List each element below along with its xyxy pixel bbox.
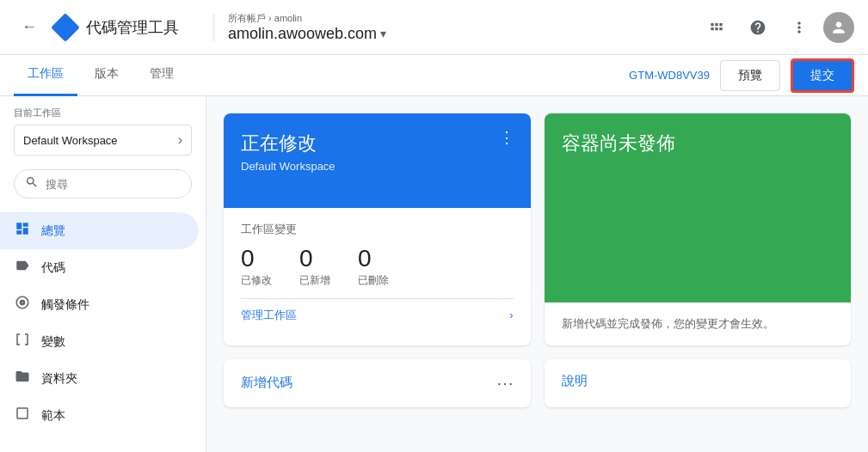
logo-icon — [52, 14, 79, 41]
more-vert-icon[interactable] — [782, 10, 816, 45]
nav-tabs-right: GTM-WD8VV39 預覽 提交 — [629, 58, 854, 93]
changes-counts: 0 已修改 0 已新增 0 已刪除 — [241, 244, 514, 288]
top-bar-right — [699, 10, 854, 45]
avatar[interactable] — [823, 12, 854, 43]
card-workspace-sub: Default Workspace — [241, 160, 514, 173]
preview-button[interactable]: 預覽 — [720, 60, 780, 91]
manage-workspace-link[interactable]: 管理工作區 › — [241, 298, 514, 332]
sidebar-item-variables[interactable]: 變數 — [0, 323, 199, 360]
sidebar-item-label: 總覽 — [41, 223, 65, 239]
search-input[interactable] — [46, 178, 181, 191]
bottom-cards: 新增代碼 ⋯ 說明 — [224, 359, 851, 407]
card-container-title: 容器尚未發佈 — [562, 131, 675, 156]
breadcrumb: 所有帳戶 › amolin — [228, 12, 386, 25]
workspace-name: Default Workspace — [23, 134, 118, 147]
overview-icon — [14, 221, 31, 241]
domain-select[interactable]: amolin.awooweb.com ▾ — [228, 25, 386, 43]
workspace-section-label: 目前工作區 — [14, 107, 192, 119]
new-tag-title: 新增代碼 — [241, 375, 292, 391]
top-bar: ← 代碼管理工具 所有帳戶 › amolin amolin.awooweb.co… — [0, 0, 868, 55]
card-new-tag[interactable]: 新增代碼 ⋯ — [224, 359, 531, 407]
gtm-id[interactable]: GTM-WD8VV39 — [629, 69, 710, 82]
change-added: 0 已新增 — [299, 244, 330, 288]
search-icon — [25, 175, 39, 192]
sidebar-nav: 總覽 代碼 觸發條件 — [0, 205, 206, 441]
card-help[interactable]: 說明 — [545, 359, 852, 407]
help-title: 說明 — [562, 373, 588, 388]
change-deleted: 0 已刪除 — [358, 244, 389, 288]
added-label: 已新增 — [299, 273, 330, 288]
card-workspace: 正在修改 Default Workspace ⋮ 工作區變更 0 已修改 0 已… — [224, 113, 531, 345]
card-container-text: 新增代碼並完成發佈，您的變更才會生效。 — [562, 317, 774, 330]
domain-area: 所有帳戶 › amolin amolin.awooweb.com ▾ — [228, 12, 386, 43]
sidebar-item-label: 代碼 — [41, 260, 65, 276]
tab-version[interactable]: 版本 — [81, 55, 132, 96]
chevron-right-icon: › — [509, 308, 513, 321]
card-workspace-body: 工作區變更 0 已修改 0 已新增 0 已刪除 — [224, 208, 531, 345]
chevron-right-icon: › — [178, 132, 182, 148]
grid-icon[interactable] — [699, 10, 734, 45]
sidebar-item-label: 變數 — [41, 334, 65, 350]
trigger-icon — [14, 295, 31, 315]
cards-grid: 正在修改 Default Workspace ⋮ 工作區變更 0 已修改 0 已… — [224, 113, 851, 345]
card-container-header: 容器尚未發佈 — [545, 113, 852, 302]
back-button[interactable]: ← — [14, 12, 45, 43]
modified-label: 已修改 — [241, 273, 272, 288]
divider — [213, 14, 214, 41]
sidebar-item-templates[interactable]: 範本 — [0, 397, 199, 434]
new-tag-icon: ⋯ — [496, 373, 514, 394]
workspace-section: 目前工作區 Default Workspace › — [0, 96, 206, 162]
sidebar-item-folders[interactable]: 資料夾 — [0, 360, 199, 397]
tag-icon — [14, 258, 31, 278]
search-box — [14, 169, 192, 199]
content-area: 正在修改 Default Workspace ⋮ 工作區變更 0 已修改 0 已… — [206, 96, 868, 452]
workspace-selector[interactable]: Default Workspace › — [14, 125, 192, 156]
deleted-count: 0 — [358, 244, 389, 273]
card-container: 容器尚未發佈 新增代碼並完成發佈，您的變更才會生效。 — [545, 113, 852, 345]
template-icon — [14, 406, 31, 425]
sidebar-item-triggers[interactable]: 觸發條件 — [0, 286, 199, 323]
sidebar-item-overview[interactable]: 總覽 — [0, 212, 199, 249]
card-menu-button[interactable]: ⋮ — [493, 124, 520, 151]
chevron-down-icon: ▾ — [380, 27, 386, 40]
submit-button[interactable]: 提交 — [791, 58, 854, 93]
folder-icon — [14, 369, 31, 388]
sidebar-item-tags[interactable]: 代碼 — [0, 249, 199, 286]
help-icon[interactable] — [741, 10, 775, 45]
domain-text: amolin.awooweb.com — [228, 25, 377, 43]
modified-count: 0 — [241, 244, 272, 273]
tab-workspace[interactable]: 工作區 — [14, 55, 77, 96]
app-title: 代碼管理工具 — [86, 17, 179, 38]
sidebar: 目前工作區 Default Workspace › 總覽 — [0, 96, 206, 452]
card-container-body: 新增代碼並完成發佈，您的變更才會生效。 — [545, 302, 852, 345]
sidebar-item-label: 範本 — [41, 408, 65, 424]
change-modified: 0 已修改 — [241, 244, 272, 288]
sidebar-item-label: 資料夾 — [41, 371, 77, 387]
nav-tabs: 工作區 版本 管理 GTM-WD8VV39 預覽 提交 — [0, 55, 868, 96]
card-workspace-header: 正在修改 Default Workspace ⋮ — [224, 113, 531, 208]
variable-icon — [14, 332, 31, 351]
main-layout: 目前工作區 Default Workspace › 總覽 — [0, 96, 868, 452]
deleted-label: 已刪除 — [358, 273, 389, 288]
tab-admin[interactable]: 管理 — [136, 55, 188, 96]
changes-label: 工作區變更 — [241, 222, 514, 237]
sidebar-item-label: 觸發條件 — [41, 297, 89, 313]
card-workspace-title: 正在修改 — [241, 131, 514, 156]
added-count: 0 — [299, 244, 330, 273]
